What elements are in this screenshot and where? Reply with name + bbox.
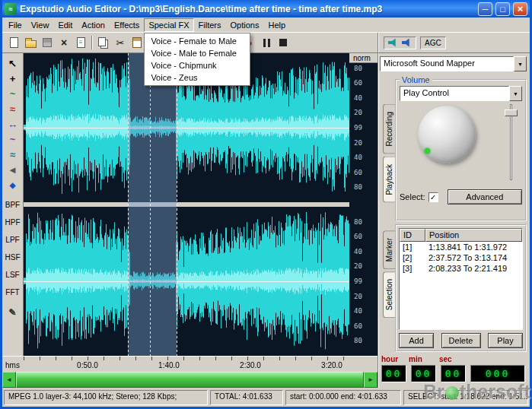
stretch-tool[interactable]: ↔: [5, 117, 21, 131]
menu-item-voice-female-to-male[interactable]: Voice - Female to Male: [145, 36, 237, 46]
volume-knob[interactable]: [418, 106, 476, 163]
menu-special-fx[interactable]: Special FX Voice - Female to Male Voice …: [144, 18, 193, 32]
copy-icon: [98, 37, 106, 46]
status-selection: SELECT: start: 1:18.622 end: 1:51.120: [403, 390, 528, 405]
draw-tool[interactable]: ✎: [5, 306, 21, 319]
tab-playback[interactable]: Playback: [383, 157, 395, 203]
menu-action[interactable]: Action: [77, 18, 110, 32]
status-total: TOTAL: 4:01.633: [210, 390, 283, 405]
chevron-down-icon[interactable]: ▼: [514, 56, 527, 71]
column-header-id[interactable]: ID: [400, 229, 425, 242]
play-marker-button[interactable]: Play: [488, 333, 523, 348]
scroll-right-button[interactable]: ►: [364, 372, 377, 388]
menu-item-voice-male-to-female[interactable]: Voice - Male to Female: [145, 49, 237, 58]
device-combobox[interactable]: Microsoft Sound Mapper ▼: [380, 56, 527, 71]
tab-marker[interactable]: Marker: [383, 230, 395, 269]
file-info-icon: ≡: [77, 37, 85, 48]
ruler-unit-label: hms: [5, 361, 20, 369]
list-tabs: Marker Selection: [380, 224, 395, 352]
maximize-button[interactable]: □: [495, 2, 510, 16]
add-button[interactable]: Add: [399, 333, 434, 348]
status-format: MPEG 1.0 layer-3: 44,100 kHz; Stereo; 12…: [4, 390, 208, 405]
menu-help[interactable]: Help: [263, 18, 290, 32]
speaker-left-icon[interactable]: [388, 39, 398, 47]
tab-recording[interactable]: Recording: [383, 104, 395, 154]
scale-tick: 40: [354, 154, 362, 161]
speaker-right-icon[interactable]: [402, 39, 412, 47]
select-checkbox[interactable]: ✓: [428, 192, 438, 202]
slider-thumb[interactable]: [505, 109, 518, 116]
filter-hsf-button[interactable]: HSF: [3, 252, 23, 263]
toolbar-right-group: AGC: [377, 33, 530, 52]
knob-area: [400, 101, 522, 185]
led-hour: 00: [381, 365, 406, 382]
volume-combobox[interactable]: Play Control ▼: [400, 86, 522, 101]
select-tool[interactable]: ↖: [5, 56, 21, 70]
list-item[interactable]: [1] 1:13.841 To 1:31.972: [400, 242, 522, 252]
wave-tool-green[interactable]: ~: [5, 87, 21, 100]
scale-tick: 60: [354, 169, 362, 176]
led-min: 00: [411, 365, 436, 382]
menu-item-voice-zeus[interactable]: Voice - Zeus: [145, 73, 197, 82]
scrollbar-thumb[interactable]: [16, 372, 364, 388]
wave-tool-red[interactable]: ≈: [5, 102, 21, 116]
waveform-display[interactable]: [24, 53, 349, 356]
wave-tool-purple[interactable]: ~: [5, 132, 21, 146]
volume-combobox-value[interactable]: Play Control: [400, 86, 509, 101]
copy-button[interactable]: [95, 34, 112, 51]
filter-lpf-button[interactable]: LPF: [3, 234, 23, 246]
filter-bpf-button[interactable]: BPF: [3, 199, 23, 211]
filter-lsf-button[interactable]: LSF: [3, 269, 23, 281]
menu-filters[interactable]: Filters: [194, 18, 226, 32]
list-item[interactable]: [3] 2:08.233 To 2:21.419: [400, 263, 522, 274]
mixer-tabs: Recording Playback: [380, 75, 395, 221]
scissors-icon: ✂: [116, 37, 125, 49]
tab-selection[interactable]: Selection: [383, 271, 395, 318]
device-combobox-value[interactable]: Microsoft Sound Mapper: [380, 56, 514, 71]
cut-button[interactable]: ✂: [112, 34, 129, 51]
save-file-button[interactable]: [39, 34, 56, 51]
menu-view[interactable]: View: [27, 18, 54, 32]
paste-button[interactable]: [129, 34, 145, 51]
menu-special-fx-label: Special FX: [148, 21, 189, 30]
row-id: [2]: [400, 253, 425, 262]
minimize-button[interactable]: ─: [478, 2, 492, 16]
list-item[interactable]: [2] 2:37.572 To 3:13.174: [400, 252, 522, 263]
file-info-button[interactable]: ≡: [72, 34, 89, 51]
filter-fft-button[interactable]: FFT: [3, 287, 23, 298]
led-sec: 00: [441, 365, 466, 382]
delete-button[interactable]: Delete: [441, 333, 481, 348]
close-file-icon: ×: [61, 36, 67, 49]
mute-tool[interactable]: ◄: [5, 163, 21, 176]
select-label: Select:: [400, 192, 425, 201]
close-button[interactable]: ×: [513, 2, 527, 16]
move-tool[interactable]: +: [5, 71, 21, 85]
scroll-left-button[interactable]: ◄: [2, 372, 16, 388]
menu-file[interactable]: File: [4, 18, 27, 32]
scale-tick: 80: [354, 337, 362, 344]
menu-bar: File View Edit Action Effects Special FX…: [2, 17, 530, 33]
menu-edit[interactable]: Edit: [53, 18, 77, 32]
time-ruler[interactable]: hms 0:50.0 1:40.0 2:30.0 3:20.0: [2, 356, 377, 372]
marker-tool[interactable]: ◆: [5, 178, 21, 192]
pause-button[interactable]: [258, 34, 275, 51]
new-file-button[interactable]: [5, 34, 22, 51]
stop-icon: [279, 39, 287, 46]
ruler-tick-label: 1:40.0: [158, 361, 180, 369]
scale-tick: 20: [354, 293, 362, 300]
close-file-button[interactable]: ×: [56, 34, 72, 51]
envelope-tool[interactable]: ≈: [5, 147, 21, 161]
selection-listview: ID Position [1] 1:13.841 To 1:31.972 [2]…: [399, 228, 523, 330]
open-file-button[interactable]: [22, 34, 39, 51]
menu-options[interactable]: Options: [226, 18, 264, 32]
menu-effects[interactable]: Effects: [110, 18, 144, 32]
menu-item-voice-chipmunk[interactable]: Voice - Chipmunk: [145, 61, 216, 70]
scale-tick: 80: [354, 183, 362, 191]
agc-toggle[interactable]: AGC: [420, 36, 446, 49]
stop-button[interactable]: [275, 34, 291, 51]
column-header-position[interactable]: Position: [425, 229, 522, 242]
advanced-button[interactable]: Advanced: [448, 189, 522, 204]
filter-hpf-button[interactable]: HPF: [3, 217, 23, 228]
chevron-down-icon[interactable]: ▼: [509, 86, 522, 101]
amplitude-scale: norm 80604020992040608080604020992040608…: [349, 53, 377, 356]
